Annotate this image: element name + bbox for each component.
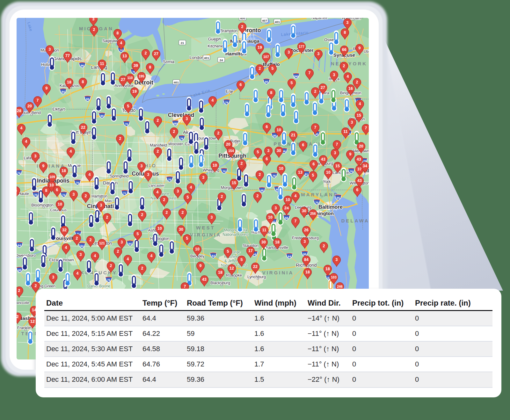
svg-text:Brampton: Brampton [220, 29, 237, 33]
svg-text:5: 5 [186, 236, 188, 241]
svg-text:Bloomington: Bloomington [31, 203, 54, 207]
svg-text:32: 32 [62, 228, 67, 232]
svg-text:66: 66 [342, 47, 346, 52]
svg-text:9: 9 [349, 152, 352, 156]
svg-text:4: 4 [89, 172, 91, 177]
svg-text:VIRGINIA: VIRGINIA [190, 232, 222, 237]
svg-text:Guelph: Guelph [208, 37, 221, 41]
svg-text:84: 84 [304, 257, 309, 262]
svg-text:2: 2 [241, 25, 244, 29]
svg-text:Baltimore: Baltimore [318, 204, 343, 210]
svg-text:Hamilton: Hamilton [91, 194, 107, 199]
svg-text:17: 17 [248, 249, 253, 253]
svg-text:19: 19 [132, 89, 137, 94]
svg-text:64: 64 [18, 244, 21, 247]
svg-text:77: 77 [65, 54, 70, 58]
svg-text:8: 8 [344, 30, 346, 35]
svg-text:7: 7 [295, 219, 297, 223]
svg-text:10: 10 [49, 183, 54, 187]
svg-text:70: 70 [315, 201, 318, 204]
svg-text:4: 4 [347, 74, 349, 79]
svg-text:4: 4 [295, 194, 297, 198]
svg-text:76: 76 [180, 137, 183, 140]
svg-text:5: 5 [312, 173, 314, 177]
svg-text:10: 10 [268, 215, 273, 220]
svg-text:Wooster: Wooster [168, 142, 183, 146]
svg-text:3: 3 [211, 215, 213, 220]
svg-text:76: 76 [350, 170, 353, 173]
svg-text:7: 7 [314, 125, 317, 130]
svg-text:195: 195 [139, 74, 144, 78]
svg-text:4: 4 [20, 126, 23, 130]
svg-text:64: 64 [288, 255, 291, 258]
svg-text:11: 11 [343, 129, 347, 134]
svg-text:18: 18 [67, 80, 71, 84]
svg-text:43: 43 [357, 178, 362, 183]
svg-text:64: 64 [128, 242, 132, 245]
svg-text:70: 70 [34, 193, 37, 197]
svg-text:10: 10 [213, 163, 217, 168]
svg-text:5: 5 [241, 257, 243, 262]
svg-text:9: 9 [42, 164, 45, 168]
svg-text:94: 94 [62, 90, 65, 93]
svg-text:2: 2 [141, 266, 143, 271]
svg-text:15: 15 [357, 113, 361, 118]
svg-text:6: 6 [313, 162, 315, 166]
svg-text:5: 5 [227, 249, 229, 254]
svg-text:3: 3 [351, 120, 353, 125]
svg-text:5: 5 [187, 195, 189, 199]
svg-text:64: 64 [80, 244, 84, 248]
svg-text:103: 103 [331, 275, 337, 279]
svg-text:110: 110 [127, 76, 133, 80]
svg-text:480: 480 [173, 122, 178, 125]
svg-text:9: 9 [359, 46, 361, 50]
svg-text:4: 4 [120, 41, 122, 45]
svg-text:2: 2 [257, 194, 259, 198]
svg-text:5: 5 [257, 150, 259, 154]
svg-text:Springfield: Springfield [110, 174, 128, 178]
svg-text:34: 34 [363, 164, 367, 168]
svg-text:Erie: Erie [226, 89, 233, 94]
svg-text:NEW YORK: NEW YORK [331, 61, 367, 66]
svg-text:9: 9 [200, 264, 202, 268]
svg-text:22: 22 [253, 264, 258, 269]
svg-text:2: 2 [90, 238, 92, 242]
svg-text:2: 2 [157, 149, 159, 154]
svg-text:21: 21 [291, 133, 295, 137]
svg-text:3: 3 [304, 239, 306, 244]
svg-text:30: 30 [277, 148, 281, 153]
svg-text:4: 4 [25, 139, 27, 144]
svg-text:2: 2 [221, 194, 223, 199]
svg-text:2: 2 [323, 244, 325, 248]
svg-text:4: 4 [212, 98, 214, 103]
svg-text:WEST: WEST [196, 225, 215, 230]
svg-text:10: 10 [277, 128, 281, 132]
svg-text:75: 75 [125, 123, 128, 126]
svg-text:5: 5 [127, 104, 129, 108]
svg-text:3: 3 [333, 73, 335, 77]
svg-text:30: 30 [302, 209, 306, 213]
svg-text:7: 7 [365, 126, 367, 130]
svg-text:Elkhart: Elkhart [53, 107, 65, 112]
svg-text:8: 8 [82, 80, 84, 84]
svg-text:81: 81 [305, 173, 308, 176]
svg-text:65: 65 [18, 269, 21, 272]
svg-text:15: 15 [335, 164, 340, 168]
svg-text:15: 15 [232, 181, 236, 185]
svg-text:8: 8 [45, 188, 47, 193]
svg-text:107: 107 [263, 55, 269, 59]
svg-text:19: 19 [258, 45, 262, 50]
svg-text:21: 21 [181, 41, 184, 45]
svg-text:177: 177 [299, 45, 304, 48]
svg-text:Sarnia: Sarnia [163, 60, 174, 64]
svg-text:43: 43 [202, 277, 207, 282]
svg-text:5: 5 [291, 81, 293, 85]
svg-text:8: 8 [117, 31, 119, 35]
svg-text:2: 2 [157, 118, 159, 123]
svg-text:39: 39 [134, 63, 138, 68]
svg-text:4: 4 [65, 245, 67, 250]
svg-text:6: 6 [240, 83, 242, 87]
svg-text:3: 3 [334, 151, 336, 155]
svg-text:Saginaw: Saginaw [102, 39, 118, 43]
svg-text:22: 22 [81, 125, 85, 130]
